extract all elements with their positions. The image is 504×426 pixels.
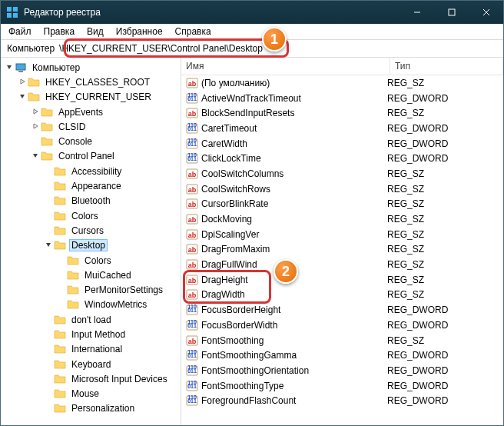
tree-item[interactable]: Input Method xyxy=(1,327,181,341)
value-type: REG_SZ xyxy=(387,244,503,255)
folder-icon xyxy=(54,358,66,371)
close-button[interactable] xyxy=(469,1,503,24)
value-row[interactable]: abDpiScalingVerREG_SZ xyxy=(181,227,503,242)
tree-item[interactable]: HKEY_CLASSES_ROOT xyxy=(1,75,181,89)
tree-item[interactable]: Компьютер xyxy=(1,60,181,75)
value-row[interactable]: abCoolSwitchRowsREG_SZ xyxy=(181,181,503,197)
value-type: REG_SZ xyxy=(387,259,503,270)
string-value-icon: ab xyxy=(186,213,198,225)
dword-value-icon: 011110 xyxy=(186,394,198,407)
tree-item-label: AppEvents xyxy=(56,106,105,118)
folder-icon xyxy=(28,76,40,88)
menu-item[interactable]: Файл xyxy=(2,25,38,38)
value-row[interactable]: abDragFromMaximREG_SZ xyxy=(181,242,503,258)
menu-item[interactable]: Вид xyxy=(81,25,110,38)
tree-item[interactable]: PerMonitorSettings xyxy=(1,282,181,297)
value-name: DragFullWind xyxy=(201,259,257,270)
chevron-down-icon[interactable] xyxy=(17,92,28,102)
tree-item[interactable]: International xyxy=(1,342,181,357)
value-row[interactable]: 011110FontSmoothingOrientationREG_DWORD xyxy=(181,363,503,378)
value-row[interactable]: 011110FontSmoothingTypeREG_DWORD xyxy=(181,378,503,394)
folder-icon xyxy=(28,91,40,103)
chevron-down-icon[interactable] xyxy=(4,63,15,72)
column-header-type[interactable]: Тип xyxy=(390,58,503,75)
value-row[interactable]: abDragHeightREG_SZ xyxy=(181,272,503,288)
value-row[interactable]: abCoolSwitchColumnsREG_SZ xyxy=(181,166,503,181)
folder-icon xyxy=(41,121,53,133)
dword-value-icon: 011110 xyxy=(186,92,198,105)
value-type: REG_SZ xyxy=(387,275,503,285)
titlebar[interactable]: Редактор реестра xyxy=(1,1,503,24)
tree-item-label: Control Panel xyxy=(56,150,117,162)
address-bar[interactable]: Компьютер \HKEY_CURRENT_USER\Control Pan… xyxy=(1,40,503,58)
tree-item[interactable]: Keyboard xyxy=(1,357,181,371)
string-value-icon: ab xyxy=(186,274,198,286)
list-header: Имя Тип xyxy=(181,58,503,75)
tree-item[interactable]: Control Panel xyxy=(1,149,181,164)
value-row[interactable]: abFontSmoothingREG_SZ xyxy=(181,333,503,348)
value-row[interactable]: 011110FocusBorderWidthREG_DWORD xyxy=(181,318,503,333)
value-name: CaretWidth xyxy=(201,138,247,149)
tree-item[interactable]: Desktop xyxy=(1,238,181,253)
menu-item[interactable]: Справка xyxy=(169,25,217,38)
column-header-name[interactable]: Имя xyxy=(181,58,390,75)
menubar: ФайлПравкаВидИзбранноеСправка xyxy=(1,24,503,40)
value-row[interactable]: abDockMovingREG_SZ xyxy=(181,211,503,227)
value-type: REG_DWORD xyxy=(387,365,503,376)
value-row[interactable]: 011110ActiveWndTrackTimeoutREG_DWORD xyxy=(181,91,503,106)
value-type: REG_SZ xyxy=(387,229,503,240)
chevron-down-icon[interactable] xyxy=(43,241,54,250)
chevron-right-icon[interactable] xyxy=(17,78,28,87)
value-row[interactable]: 011110FontSmoothingGammaREG_DWORD xyxy=(181,348,503,363)
svg-text:ab: ab xyxy=(188,80,197,88)
value-row[interactable]: abDragWidthREG_SZ xyxy=(181,288,503,303)
chevron-down-icon[interactable] xyxy=(30,151,41,161)
maximize-button[interactable] xyxy=(434,1,469,24)
tree-item[interactable]: Appearance xyxy=(1,178,181,193)
folder-icon xyxy=(41,106,53,118)
tree-item-label: Input Method xyxy=(69,328,128,341)
value-row[interactable]: abDragFullWindREG_SZ xyxy=(181,257,503,272)
tree-item[interactable]: CLSID xyxy=(1,119,181,134)
menu-item[interactable]: Правка xyxy=(38,25,81,38)
svg-text:011110: 011110 xyxy=(187,92,197,102)
tree-item-label: Appearance xyxy=(69,180,124,192)
value-name: DragHeight xyxy=(201,275,248,285)
svg-text:ab: ab xyxy=(188,171,197,178)
value-name: CursorBlinkRate xyxy=(201,198,268,209)
tree-item[interactable]: AppEvents xyxy=(1,105,181,119)
value-row[interactable]: abBlockSendInputResetsREG_SZ xyxy=(181,105,503,121)
tree-item[interactable]: Microsoft Input Devices xyxy=(1,371,181,386)
tree-item[interactable]: HKEY_CURRENT_USER xyxy=(1,90,181,105)
value-row[interactable]: 011110ClickLockTimeREG_DWORD xyxy=(181,151,503,166)
value-row[interactable]: 011110ForegroundFlashCountREG_DWORD xyxy=(181,393,503,408)
value-name: CoolSwitchColumns xyxy=(201,168,284,179)
value-row[interactable]: 011110CaretWidthREG_DWORD xyxy=(181,136,503,151)
chevron-right-icon[interactable] xyxy=(30,122,41,131)
tree-item[interactable]: Cursors xyxy=(1,223,181,238)
tree-item[interactable]: WindowMetrics xyxy=(1,298,181,312)
value-name: CoolSwitchRows xyxy=(201,184,270,195)
tree-item[interactable]: Console xyxy=(1,134,181,148)
tree-item[interactable]: Personalization xyxy=(1,401,181,416)
list-body[interactable]: 2 ab(По умолчанию)REG_SZ011110ActiveWndT… xyxy=(181,75,503,425)
svg-text:011110: 011110 xyxy=(187,122,197,131)
tree-item[interactable]: Accessibility xyxy=(1,164,181,178)
tree-item[interactable]: Colors xyxy=(1,253,181,268)
tree-item[interactable]: MuiCached xyxy=(1,268,181,282)
tree-item[interactable]: Mouse xyxy=(1,387,181,401)
tree-pane[interactable]: КомпьютерHKEY_CLASSES_ROOTHKEY_CURRENT_U… xyxy=(1,58,181,425)
chevron-right-icon[interactable] xyxy=(30,108,41,117)
menu-item[interactable]: Избранное xyxy=(110,25,169,38)
value-row[interactable]: abCursorBlinkRateREG_SZ xyxy=(181,197,503,212)
value-row[interactable]: ab(По умолчанию)REG_SZ xyxy=(181,75,503,91)
tree-item[interactable]: Bluetooth xyxy=(1,194,181,208)
dword-value-icon: 011110 xyxy=(186,304,198,316)
tree-item[interactable]: don't load xyxy=(1,312,181,327)
value-row[interactable]: 011110CaretTimeoutREG_DWORD xyxy=(181,121,503,136)
tree-item[interactable]: Colors xyxy=(1,208,181,223)
value-type: REG_DWORD xyxy=(387,305,503,315)
registry-editor-window: Редактор реестра ФайлПравкаВидИзбранноеС… xyxy=(0,0,504,426)
value-row[interactable]: 011110FocusBorderHeightREG_DWORD xyxy=(181,302,503,318)
minimize-button[interactable] xyxy=(400,1,434,24)
